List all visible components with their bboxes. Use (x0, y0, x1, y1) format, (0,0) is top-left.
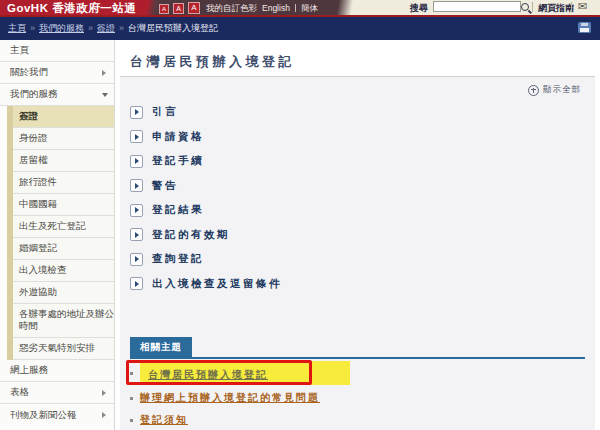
accordion-label: 查詢登記 (152, 252, 204, 266)
divider (532, 2, 533, 12)
accordion-label: 出入境檢查及逗留條件 (152, 277, 282, 291)
sidebar-item-label: 外遊協助 (19, 286, 57, 299)
chevron-right-icon (102, 412, 106, 418)
accordion-item-eligibility[interactable]: 申請資格 (130, 125, 282, 150)
language-switcher: English簡体 (262, 3, 318, 15)
site-guide-link[interactable]: 網頁指南 (538, 2, 574, 15)
sidebar-item-label: 出生及死亡登記 (19, 220, 86, 233)
expand-arrow-icon (130, 228, 143, 241)
accordion-item-validity-of-registration[interactable]: 登記的有效期 (130, 223, 282, 248)
breadcrumb-visas-link[interactable]: 簽證 (97, 23, 115, 33)
sidebar-item-label: 我們的服務 (10, 88, 58, 101)
accordion-item-registration-result[interactable]: 登記結果 (130, 198, 282, 223)
related-topics-rule (130, 357, 585, 359)
sidebar-item-label: 表格 (10, 386, 29, 399)
chevron-right-icon (102, 70, 106, 76)
sidebar-item-travel-documents[interactable]: 旅行證件 (13, 172, 114, 194)
govhk-logo[interactable]: GovHK 香港政府一站通 (7, 1, 136, 16)
sidebar-item-label: 主頁 (10, 44, 29, 57)
search-icon[interactable] (521, 3, 529, 11)
related-link-pre-arrival-registration[interactable]: 台灣居民預辦入境登記 (148, 369, 268, 380)
expand-arrow-icon (130, 179, 143, 192)
expand-arrow-icon (130, 155, 143, 168)
sidebar-item-our-services[interactable]: 我們的服務 (0, 84, 114, 106)
font-size-medium-button[interactable]: A (173, 3, 184, 14)
sidebar-item-forms[interactable]: 表格 (0, 382, 114, 404)
accordion-label: 登記的有效期 (152, 228, 230, 242)
sidebar-item-home[interactable]: 主頁 (0, 40, 114, 62)
sidebar-item-label: 婚姻登記 (19, 242, 57, 255)
show-all-toggle[interactable]: 顯示全部 (528, 84, 581, 96)
yellow-highlight: 台灣居民預辦入境登記 (140, 361, 350, 385)
sidebar-submenu: 簽證 身份證 居留權 旅行證件 中國國籍 出生及死亡登記 婚姻登記 出入境檢查 … (7, 106, 114, 360)
breadcrumb: 主頁»我們的服務»簽證»台灣居民預辦入境登記 (0, 17, 600, 40)
sidebar-item-label: 刊物及新聞公報 (10, 409, 77, 422)
accordion-label: 警告 (152, 179, 178, 193)
accordion-item-introduction[interactable]: 引言 (130, 100, 282, 125)
show-all-label: 顯示全部 (543, 84, 581, 96)
chevron-down-icon (102, 93, 108, 97)
divider (295, 4, 296, 12)
my-custom-colors-link[interactable]: 我的自訂色彩 (206, 3, 257, 15)
top-bar: GovHK 香港政府一站通 A A A 我的自訂色彩 English簡体 搜尋 … (0, 0, 600, 17)
related-topics-section: 相關主題 台灣居民預辦入境登記 辦理網上預辦入境登記的常見問題 登記須知 居住在… (120, 336, 595, 430)
sidebar-item-identity-card[interactable]: 身份證 (13, 128, 114, 150)
sidebar-item-birth-death-registration[interactable]: 出生及死亡登記 (13, 216, 114, 238)
breadcrumb-home-link[interactable]: 主頁 (8, 23, 26, 33)
sidebar-item-visas[interactable]: 簽證 (13, 106, 114, 128)
sidebar-item-bad-weather-arrangements[interactable]: 惡劣天氣特別安排 (13, 338, 114, 360)
font-size-large-button[interactable]: A (188, 2, 200, 14)
sidebar-nav: 主頁 關於我們 我們的服務 簽證 身份證 居留權 旅行證件 中國國籍 出生及死亡… (0, 40, 115, 430)
divider (571, 2, 572, 12)
expand-arrow-icon (130, 204, 143, 217)
breadcrumb-separator: » (88, 23, 93, 33)
sidebar-item-label: 居留權 (19, 154, 48, 167)
related-topics-tab: 相關主題 (130, 337, 192, 357)
sidebar-item-label: 各辦事處的地址及辦公時間 (19, 308, 114, 332)
title-area: 台灣居民預辦入境登記 (120, 40, 595, 77)
expand-arrow-icon (130, 253, 143, 266)
sidebar-item-about-us[interactable]: 關於我們 (0, 62, 114, 84)
accordion-item-registration-procedures[interactable]: 登記手續 (130, 149, 282, 174)
bullet-icon (130, 397, 133, 400)
english-link[interactable]: English (262, 3, 290, 13)
accordion-label: 登記手續 (152, 154, 204, 168)
sidebar-item-office-addresses-hours[interactable]: 各辦事處的地址及辦公時間 (13, 304, 114, 338)
search-label: 搜尋 (410, 2, 428, 15)
font-size-small-button[interactable]: A (159, 4, 169, 14)
sidebar-item-label: 身份證 (19, 132, 48, 145)
accordion-list: 引言 申請資格 登記手續 警告 登記結果 登記的有效期 查詢登記 出入境檢查及逗… (130, 100, 282, 296)
sidebar-item-chinese-nationality[interactable]: 中國國籍 (13, 194, 114, 216)
related-link-row: 辦理網上預辦入境登記的常見問題 (130, 390, 595, 406)
sidebar-item-marriage-registration[interactable]: 婚姻登記 (13, 238, 114, 260)
breadcrumb-our-services-link[interactable]: 我們的服務 (39, 23, 84, 33)
sidebar-item-label: 中國國籍 (19, 198, 57, 211)
related-link-registration-notes[interactable]: 登記須知 (140, 413, 188, 427)
sidebar-item-label: 出入境檢查 (19, 264, 67, 277)
sidebar-item-label: 網上服務 (10, 364, 48, 377)
accordion-item-enquire-registration[interactable]: 查詢登記 (130, 247, 282, 272)
related-link-online-registration-faq[interactable]: 辦理網上預辦入境登記的常見問題 (140, 391, 320, 405)
sidebar-item-publications-press[interactable]: 刊物及新聞公報 (0, 404, 114, 426)
page-title: 台灣居民預辦入境登記 (120, 40, 595, 71)
simplified-chinese-link[interactable]: 簡体 (301, 3, 318, 13)
sidebar-item-label: 關於我們 (10, 66, 48, 79)
font-size-controls: A A A (159, 2, 200, 14)
accordion-item-warning[interactable]: 警告 (130, 174, 282, 199)
sidebar-item-immigration-control[interactable]: 出入境檢查 (13, 260, 114, 282)
accordion-item-immigration-clearance-stay[interactable]: 出入境檢查及逗留條件 (130, 272, 282, 297)
sidebar-item-online-services[interactable]: 網上服務 (0, 360, 114, 382)
search-input[interactable] (433, 1, 521, 12)
sidebar-item-label: 惡劣天氣特別安排 (19, 342, 95, 355)
related-link-row-highlighted: 台灣居民預辦入境登記 (130, 362, 595, 384)
sidebar-item-right-of-abode[interactable]: 居留權 (13, 150, 114, 172)
printer-icon[interactable] (578, 22, 591, 33)
accordion-label: 登記結果 (152, 203, 204, 217)
expand-arrow-icon (130, 130, 143, 143)
bullet-icon (130, 372, 133, 375)
accordion-label: 引言 (152, 105, 178, 119)
related-link-row: 登記須知 (130, 412, 595, 428)
breadcrumb-separator: » (119, 23, 124, 33)
envelope-icon[interactable]: ✉ (578, 0, 587, 13)
sidebar-item-assistance-abroad[interactable]: 外遊協助 (13, 282, 114, 304)
